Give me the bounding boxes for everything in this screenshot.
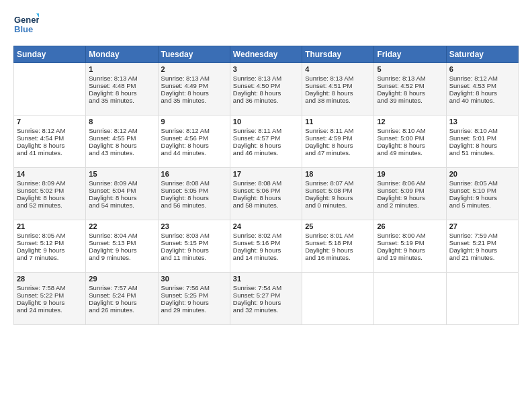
cell-info: and 36 minutes. (233, 97, 299, 104)
day-number: 27 (449, 222, 515, 230)
cell-info: Sunset: 5:01 PM (449, 134, 515, 142)
cell-info: Daylight: 8 hours (377, 89, 443, 97)
cell-info: Sunset: 5:08 PM (305, 187, 371, 194)
cell-info: Daylight: 8 hours (89, 89, 154, 97)
cell-info: Daylight: 9 hours (377, 246, 443, 254)
cell-info: and 16 minutes. (305, 254, 371, 261)
day-number: 19 (377, 170, 443, 178)
cell-info: Sunset: 5:02 PM (17, 187, 83, 194)
day-number: 18 (305, 170, 371, 178)
cell-info: Sunset: 5:06 PM (233, 187, 299, 194)
cell-info: Sunset: 4:59 PM (305, 134, 371, 142)
weekday-header-monday: Monday (86, 46, 158, 63)
day-number: 1 (89, 65, 154, 73)
cell-info: Sunset: 5:13 PM (89, 239, 154, 246)
cell-info: Sunset: 5:15 PM (161, 239, 227, 246)
cell-info: Sunset: 5:04 PM (89, 187, 154, 194)
day-number: 2 (161, 65, 227, 73)
weekday-header-wednesday: Wednesday (230, 46, 302, 63)
cell-info: Sunrise: 8:11 AM (305, 127, 371, 134)
calendar-cell: 17Sunrise: 8:08 AMSunset: 5:06 PMDayligh… (230, 168, 302, 220)
cell-info: and 29 minutes. (161, 306, 227, 314)
cell-info: Daylight: 8 hours (233, 142, 299, 149)
cell-info: Daylight: 9 hours (161, 246, 227, 254)
week-row-1: 1Sunrise: 8:13 AMSunset: 4:48 PMDaylight… (14, 63, 519, 116)
cell-info: and 41 minutes. (17, 149, 83, 156)
calendar-cell: 25Sunrise: 8:01 AMSunset: 5:18 PMDayligh… (302, 220, 374, 273)
cell-info: Daylight: 8 hours (89, 194, 154, 201)
cell-info: Daylight: 9 hours (449, 194, 515, 201)
cell-info: Sunrise: 8:05 AM (449, 179, 515, 187)
cell-info: Sunrise: 7:58 AM (17, 284, 83, 291)
cell-info: and 7 minutes. (17, 254, 83, 261)
calendar-cell: 31Sunrise: 7:54 AMSunset: 5:27 PMDayligh… (230, 273, 302, 325)
cell-info: Sunrise: 8:04 AM (89, 232, 154, 239)
cell-info: Daylight: 9 hours (89, 299, 154, 306)
calendar-cell: 4Sunrise: 8:13 AMSunset: 4:51 PMDaylight… (302, 63, 374, 116)
day-number: 29 (89, 275, 154, 283)
cell-info: Daylight: 8 hours (449, 89, 515, 97)
day-number: 12 (377, 118, 443, 126)
cell-info: Sunset: 5:10 PM (449, 187, 515, 194)
calendar-cell: 24Sunrise: 8:02 AMSunset: 5:16 PMDayligh… (230, 220, 302, 273)
cell-info: Sunrise: 8:10 AM (377, 127, 443, 134)
day-number: 11 (305, 118, 371, 126)
cell-info: Daylight: 8 hours (305, 142, 371, 149)
cell-info: Sunrise: 8:13 AM (161, 75, 227, 82)
cell-info: Sunrise: 8:13 AM (233, 75, 299, 82)
calendar-cell (446, 273, 518, 325)
calendar-cell: 13Sunrise: 8:10 AMSunset: 5:01 PMDayligh… (446, 116, 518, 168)
cell-info: Sunrise: 7:57 AM (89, 284, 154, 291)
cell-info: Sunset: 4:48 PM (89, 82, 154, 89)
cell-info: Sunset: 4:53 PM (449, 82, 515, 89)
cell-info: Daylight: 8 hours (17, 194, 83, 201)
day-number: 20 (449, 170, 515, 178)
cell-info: and 56 minutes. (161, 201, 227, 209)
calendar-cell: 27Sunrise: 7:59 AMSunset: 5:21 PMDayligh… (446, 220, 518, 273)
cell-info: and 0 minutes. (305, 201, 371, 209)
weekday-header-tuesday: Tuesday (158, 46, 230, 63)
cell-info: Sunrise: 7:54 AM (233, 284, 299, 291)
cell-info: Sunrise: 8:02 AM (233, 232, 299, 239)
cell-info: Daylight: 9 hours (161, 299, 227, 306)
calendar-cell: 29Sunrise: 7:57 AMSunset: 5:24 PMDayligh… (86, 273, 158, 325)
cell-info: Sunrise: 8:10 AM (449, 127, 515, 134)
cell-info: Daylight: 9 hours (233, 299, 299, 306)
cell-info: Daylight: 8 hours (161, 89, 227, 97)
cell-info: Sunset: 4:57 PM (233, 134, 299, 142)
cell-info: and 21 minutes. (449, 254, 515, 261)
cell-info: Sunset: 5:12 PM (17, 239, 83, 246)
cell-info: Sunrise: 8:13 AM (377, 75, 443, 82)
cell-info: Sunset: 4:51 PM (305, 82, 371, 89)
cell-info: Daylight: 9 hours (305, 246, 371, 254)
cell-info: and 49 minutes. (377, 149, 443, 156)
cell-info: Sunset: 4:56 PM (161, 134, 227, 142)
day-number: 4 (305, 65, 371, 73)
cell-info: and 32 minutes. (233, 306, 299, 314)
cell-info: Sunrise: 8:05 AM (17, 232, 83, 239)
cell-info: Daylight: 8 hours (89, 142, 154, 149)
cell-info: and 58 minutes. (233, 201, 299, 209)
calendar-cell: 22Sunrise: 8:04 AMSunset: 5:13 PMDayligh… (86, 220, 158, 273)
weekday-header-friday: Friday (374, 46, 446, 63)
day-number: 21 (17, 222, 83, 230)
page: General Blue SundayMondayTuesdayWednesda… (0, 0, 532, 332)
cell-info: Daylight: 8 hours (233, 194, 299, 201)
cell-info: Sunrise: 8:12 AM (161, 127, 227, 134)
cell-info: Sunrise: 8:09 AM (89, 179, 154, 187)
calendar-cell: 23Sunrise: 8:03 AMSunset: 5:15 PMDayligh… (158, 220, 230, 273)
calendar-cell (14, 63, 86, 116)
day-number: 9 (161, 118, 227, 126)
cell-info: and 35 minutes. (161, 97, 227, 104)
cell-info: Daylight: 9 hours (305, 194, 371, 201)
cell-info: Sunrise: 8:00 AM (377, 232, 443, 239)
cell-info: Daylight: 9 hours (17, 246, 83, 254)
cell-info: and 38 minutes. (305, 97, 371, 104)
cell-info: Sunset: 4:50 PM (233, 82, 299, 89)
cell-info: Daylight: 8 hours (377, 142, 443, 149)
calendar-cell: 10Sunrise: 8:11 AMSunset: 4:57 PMDayligh… (230, 116, 302, 168)
day-number: 5 (377, 65, 443, 73)
day-number: 22 (89, 222, 154, 230)
cell-info: Sunset: 4:54 PM (17, 134, 83, 142)
cell-info: Daylight: 8 hours (233, 89, 299, 97)
